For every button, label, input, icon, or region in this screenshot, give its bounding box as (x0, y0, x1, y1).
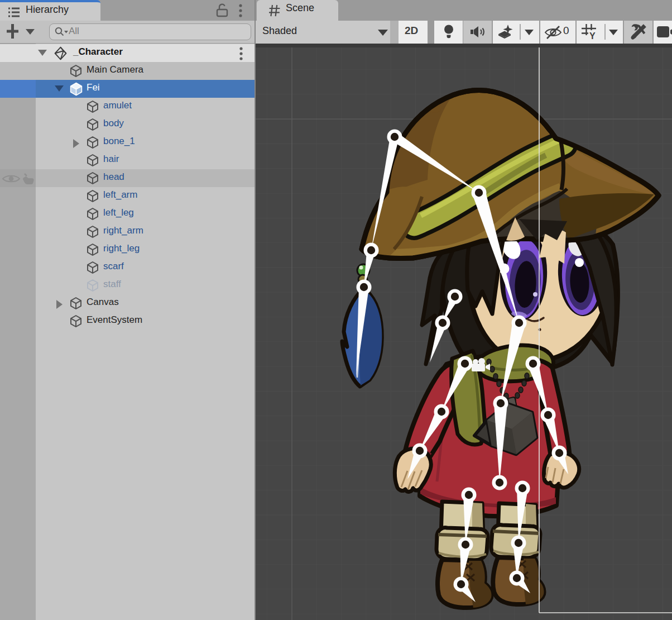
svg-text:Y: Y (589, 31, 596, 40)
